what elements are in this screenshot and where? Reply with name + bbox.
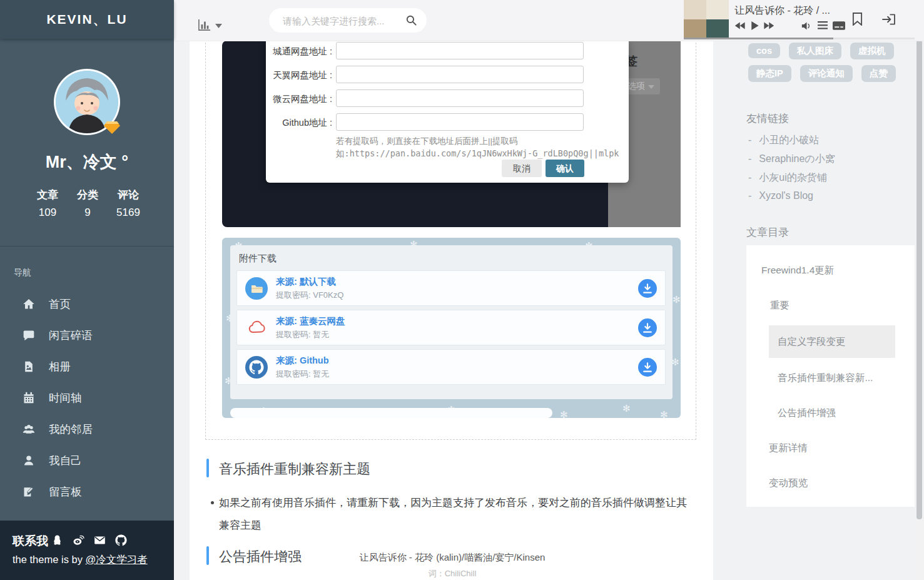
previous-track-icon[interactable] — [734, 21, 746, 30]
bar-chart-icon[interactable] — [198, 19, 211, 31]
friend-link[interactable]: 小丑的小破站 — [748, 134, 835, 147]
next-track-icon[interactable] — [763, 21, 774, 30]
attachment-row-github: 来源: Github 提取密码: 暂无 — [236, 349, 666, 385]
cancel-button[interactable]: 取消 — [502, 160, 542, 177]
sidebar-item-guestbook[interactable]: 留言板 — [0, 477, 174, 508]
theme-author-link[interactable]: @冷文学习者 — [85, 554, 147, 565]
stat-comments: 评论 5169 — [103, 188, 153, 219]
bookmark-icon[interactable] — [852, 13, 863, 26]
profile-name: Mr、冷文 ° — [0, 151, 174, 173]
diamond-badge-icon — [104, 121, 120, 135]
photo-icon — [23, 360, 35, 373]
chevron-down-icon[interactable] — [215, 24, 222, 28]
lyrics-song-line: 让风告诉你 - 花玲 (kalin)/喵酱油/宴宁/Kinsen — [221, 552, 684, 564]
article-area: 签 级选项 城通网盘地址 : 天翼网盘地址 : 微云网盘地址 : Github地… — [190, 41, 713, 580]
friend-link[interactable]: Seraphineの小窝 — [748, 153, 835, 166]
folder-icon — [245, 277, 268, 300]
attachment-download-widget: 附件下载 来源: 默认下载 提取密码: VF0KzQ 来源: 蓝奏云网盘 提取密… — [222, 238, 681, 418]
download-button[interactable] — [638, 358, 657, 377]
divider — [0, 246, 174, 247]
github-icon[interactable] — [115, 534, 127, 546]
sidebar-item-neighbors[interactable]: 我的邻居 — [0, 414, 174, 445]
article-screenshot-image: 签 级选项 城通网盘地址 : 天翼网盘地址 : 微云网盘地址 : Github地… — [222, 41, 681, 227]
bullet-marker — [211, 501, 214, 504]
sidebar-item-chatter[interactable]: 闲言碎语 — [0, 320, 174, 352]
search-input[interactable] — [282, 8, 397, 34]
tag-pill[interactable]: 点赞 — [861, 65, 896, 82]
github-icon — [245, 356, 268, 379]
toc-item-level3[interactable]: 公告插件增强 — [778, 407, 836, 420]
toc-item-level3[interactable]: 音乐插件重制兼容新... — [778, 372, 873, 385]
caret-down-icon — [648, 85, 654, 89]
user-icon — [23, 454, 35, 467]
attachment-panel: 附件下载 来源: 默认下载 提取密码: VF0KzQ 来源: 蓝奏云网盘 提取密… — [230, 245, 673, 399]
contact-label: 联系我 — [13, 533, 48, 549]
section-bullet-text: 如果之前有使用音乐插件，请重新下载，因为主题支持了发布音乐，要对之前的音乐插件做… — [219, 492, 696, 537]
player-lyrics-overlay: 让风告诉你 - 花玲 (kalin)/喵酱油/宴宁/Kinsen 词：Chili… — [221, 552, 684, 579]
comment-icon — [23, 329, 35, 342]
tianyi-url-input[interactable] — [336, 66, 584, 83]
sidebar-item-home[interactable]: 首页 — [0, 289, 174, 320]
tag-pill[interactable]: 静态IP — [748, 65, 791, 82]
home-icon — [23, 298, 35, 310]
sidebar-item-about-me[interactable]: 我自己 — [0, 445, 174, 477]
search-icon[interactable] — [405, 14, 417, 26]
search-box — [269, 8, 427, 33]
attachment-row-default: 来源: 默认下载 提取密码: VF0KzQ — [236, 270, 666, 306]
field-row: 天翼网盘地址 : — [266, 66, 629, 84]
weibo-icon[interactable] — [73, 534, 84, 546]
page: Mr、冷文 ° 文章 109 分类 9 评论 5169 导航 首页 闲言碎语 — [0, 0, 924, 580]
sign-in-icon[interactable] — [882, 14, 895, 25]
download-button[interactable] — [638, 279, 657, 298]
player-progress-fill — [684, 38, 833, 39]
heading-accent-bar — [206, 459, 209, 477]
tag-pill[interactable]: 私人图床 — [789, 43, 841, 59]
toc-item-level2[interactable]: 变动预览 — [769, 477, 808, 490]
left-sidebar: Mr、冷文 ° 文章 109 分类 9 评论 5169 导航 首页 闲言碎语 — [0, 0, 174, 580]
password-text: 提取密码: 暂无 — [276, 369, 329, 380]
attachment-row-lanzou: 来源: 蓝奏云网盘 提取密码: 暂无 — [236, 310, 666, 345]
section-heading-music: 音乐插件重制兼容新主题 — [219, 460, 370, 479]
source-link[interactable]: 来源: Github — [276, 355, 329, 367]
qq-icon[interactable] — [51, 534, 63, 546]
scrollbar-thumb[interactable] — [916, 40, 922, 519]
sidebar-footer: 联系我 the theme is by @冷文学习者 — [0, 521, 174, 580]
calendar-icon — [23, 392, 35, 404]
source-link[interactable]: 来源: 默认下载 — [276, 276, 336, 288]
album-art[interactable] — [684, 0, 729, 39]
source-link[interactable]: 来源: 蓝奏云网盘 — [276, 315, 345, 327]
tag-pill[interactable]: 虚拟机 — [850, 43, 894, 59]
field-row: Github地址 : — [266, 113, 629, 132]
mail-icon[interactable] — [94, 534, 106, 546]
confirm-button[interactable]: 确认 — [546, 160, 584, 177]
users-icon — [23, 423, 35, 435]
attachment-row-partial — [230, 408, 552, 418]
friend-links-title: 友情链接 — [746, 111, 789, 126]
toc-item-level1[interactable]: Freewind1.4更新 — [761, 264, 834, 277]
toc-item-level2[interactable]: 更新详情 — [769, 442, 808, 455]
toc-item-active[interactable]: 自定义字段变更 — [769, 325, 895, 358]
sidebar-item-timeline[interactable]: 时间轴 — [0, 383, 174, 414]
weiyun-url-input[interactable] — [336, 89, 584, 107]
sidebar-item-gallery[interactable]: 相册 — [0, 352, 174, 383]
download-button[interactable] — [638, 318, 657, 337]
chengtong-url-input[interactable] — [336, 42, 584, 59]
toc-item-level2[interactable]: 重要 — [770, 299, 789, 312]
cloud-icon — [245, 317, 268, 339]
tag-pill[interactable]: cos — [748, 43, 780, 58]
github-url-input[interactable] — [336, 113, 584, 131]
lyrics-card-icon[interactable] — [833, 21, 845, 30]
site-logo[interactable]: KEVIN、LU — [0, 0, 174, 39]
download-links-dialog: 城通网盘地址 : 天翼网盘地址 : 微云网盘地址 : Github地址 : 若有… — [266, 41, 629, 183]
password-hint-example: 如:https://pan.baidu.com/s/1qJN6wxHkWj-G_… — [336, 148, 619, 160]
friend-link[interactable]: Xyzol's Blog — [748, 190, 835, 201]
now-playing-title[interactable]: 让风告诉你 - 花玲 / ... — [734, 4, 848, 18]
friend-link[interactable]: 小灰ui的杂货铺 — [748, 171, 835, 185]
tag-pill[interactable]: 评论通知 — [800, 65, 853, 82]
playlist-icon[interactable] — [818, 21, 828, 29]
topbar: 让风告诉你 - 花玲 / ... — [174, 0, 924, 41]
play-icon[interactable] — [751, 21, 759, 30]
tag-cloud: cos私人图床虚拟机静态IP评论通知点赞 — [748, 43, 905, 88]
volume-icon[interactable] — [801, 21, 812, 31]
friend-links-list: 小丑的小破站 Seraphineの小窝 小灰ui的杂货铺 Xyzol's Blo… — [748, 134, 835, 207]
